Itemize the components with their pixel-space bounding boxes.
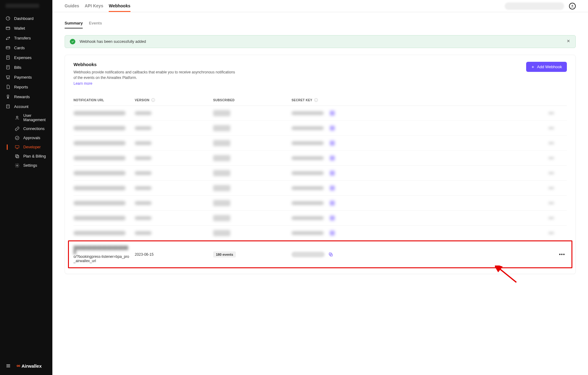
svg-rect-11 [16, 155, 19, 158]
nav-label: Wallet [14, 26, 25, 31]
info-icon[interactable]: i [314, 98, 318, 102]
table-header: NOTIFICATION URL VERSIONi SUBSCRIBED SEC… [74, 95, 567, 106]
nav-expenses[interactable]: Expenses [0, 53, 52, 62]
sidebar-nav: Dashboard Wallet Transfers Cards Expense… [0, 12, 52, 358]
th-version: VERSIONi [135, 98, 213, 102]
table-row[interactable] [74, 166, 567, 181]
nav-label: Expenses [14, 55, 32, 60]
plus-icon [531, 65, 535, 69]
table-row[interactable] [74, 136, 567, 151]
topbar-search-blurred [505, 2, 564, 10]
bills-icon [6, 65, 10, 70]
webhooks-panel: Webhooks Webhooks provide notifications … [65, 55, 576, 274]
nav-label: Rewards [14, 95, 30, 99]
receipt-icon [6, 55, 10, 60]
svg-point-8 [16, 116, 18, 118]
secret-key-hidden [292, 252, 325, 257]
subnav-approvals[interactable]: Approvals [8, 133, 52, 143]
menu-icon[interactable] [6, 363, 11, 369]
subnav-plan-billing[interactable]: Plan & Billing [8, 152, 52, 161]
panel-description: Webhooks provide notifications and callb… [74, 69, 236, 80]
topbar-right [505, 2, 576, 10]
table-row[interactable] [74, 196, 567, 211]
nav-label: Bills [14, 65, 21, 70]
cell-url: ██████████████████████ o/?bookingpress-l… [74, 246, 135, 263]
svg-point-6 [9, 78, 9, 79]
svg-rect-10 [15, 146, 19, 148]
card-icon [6, 45, 10, 50]
top-tabs: Guides API Keys Webhooks [65, 0, 130, 12]
sidebar-footer: ∞Airwallex [0, 358, 52, 375]
nav-account[interactable]: Account [0, 102, 52, 111]
nav-wallet[interactable]: Wallet [0, 23, 52, 33]
svg-rect-12 [16, 155, 18, 157]
subnav-label: Developer [23, 145, 41, 149]
cart-icon [6, 75, 10, 80]
brand-name: Airwallex [21, 363, 42, 369]
gear-icon [15, 163, 20, 168]
subnav-label: Plan & Billing [23, 154, 46, 158]
webhooks-table: NOTIFICATION URL VERSIONi SUBSCRIBED SEC… [74, 95, 567, 274]
table-row-highlighted[interactable]: ██████████████████████ o/?bookingpress-l… [68, 240, 572, 268]
tab-webhooks[interactable]: Webhooks [109, 0, 130, 12]
nav-label: Reports [14, 85, 28, 89]
nav-bills[interactable]: Bills [0, 62, 52, 72]
trophy-icon [6, 94, 10, 99]
brand-logo: ∞Airwallex [17, 363, 42, 369]
svg-rect-2 [6, 46, 10, 49]
th-url: NOTIFICATION URL [74, 98, 135, 102]
subtab-summary[interactable]: Summary [65, 18, 83, 28]
nav-label: Cards [14, 46, 25, 50]
add-webhook-label: Add Webhook [537, 65, 562, 69]
nav-payments[interactable]: Payments [0, 72, 52, 82]
subnav-label: Approvals [23, 136, 40, 140]
tab-guides[interactable]: Guides [65, 0, 79, 12]
tab-api-keys[interactable]: API Keys [85, 0, 103, 12]
events-badge: 180 events [213, 251, 236, 258]
profile-icon[interactable] [569, 3, 576, 9]
nav-rewards[interactable]: Rewards [0, 92, 52, 102]
add-webhook-button[interactable]: Add Webhook [526, 62, 567, 72]
learn-more-link[interactable]: Learn more [74, 81, 92, 86]
nav-label: Account [14, 104, 28, 109]
check-icon [15, 136, 20, 140]
th-secret: SECRET KEYi [292, 98, 548, 102]
building-icon [6, 104, 10, 109]
copy-icon [15, 154, 20, 159]
info-icon[interactable]: i [151, 98, 155, 102]
subnav-settings[interactable]: Settings [8, 161, 52, 170]
more-actions-button[interactable]: ••• [559, 252, 565, 257]
nav-label: Payments [14, 75, 32, 80]
copy-secret-button[interactable] [328, 252, 333, 257]
nav-cards[interactable]: Cards [0, 43, 52, 53]
table-row[interactable] [74, 106, 567, 121]
nav-transfers[interactable]: Transfers [0, 33, 52, 43]
panel-header: Webhooks Webhooks provide notifications … [74, 62, 567, 86]
alert-text: Webhook has been successfully added [80, 39, 562, 44]
alert-close-button[interactable] [566, 39, 571, 44]
subnav-developer[interactable]: Developer [8, 143, 52, 152]
svg-point-5 [7, 78, 8, 79]
table-row[interactable] [74, 151, 567, 166]
subnav-user-management[interactable]: User Management [8, 111, 52, 124]
users-icon [15, 115, 20, 120]
subtab-events[interactable]: Events [89, 18, 102, 28]
document-icon [6, 84, 10, 89]
nav-reports[interactable]: Reports [0, 82, 52, 92]
svg-point-9 [15, 136, 19, 140]
wallet-icon [6, 26, 10, 31]
table-row[interactable] [74, 211, 567, 226]
th-subscribed: SUBSCRIBED [213, 98, 292, 102]
nav-dashboard[interactable]: Dashboard [0, 13, 52, 23]
table-row[interactable] [74, 121, 567, 136]
account-subnav: User Management Connections Approvals De… [0, 111, 52, 170]
table-row[interactable] [74, 181, 567, 196]
table-row[interactable] [74, 226, 567, 241]
nav-label: Transfers [14, 36, 31, 40]
alert-success: Webhook has been successfully added [65, 35, 576, 48]
transfers-icon [6, 35, 10, 40]
main: Guides API Keys Webhooks Summary Events … [52, 0, 588, 375]
subnav-connections[interactable]: Connections [8, 124, 52, 133]
cell-subscribed: 180 events [213, 251, 292, 258]
link-icon [15, 126, 20, 131]
